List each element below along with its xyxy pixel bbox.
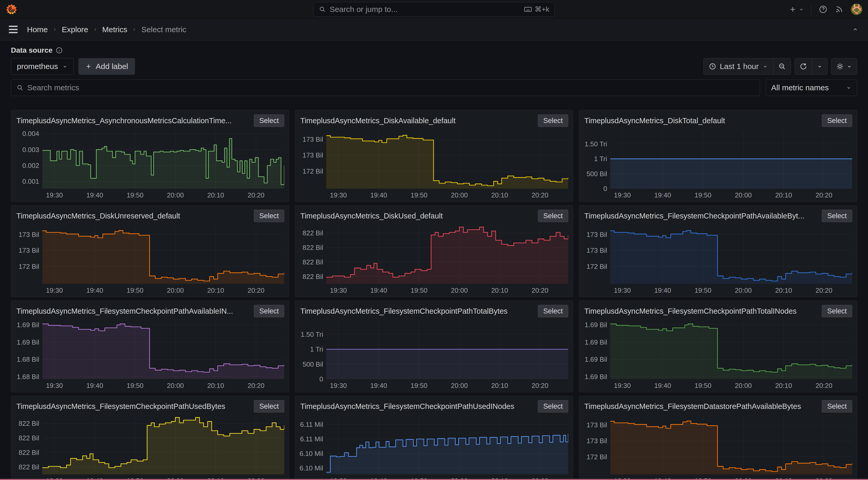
select-metric-button[interactable]: Select (822, 210, 852, 222)
settings-button[interactable] (831, 58, 857, 74)
info-icon (56, 47, 63, 54)
chart-plot-area[interactable] (326, 416, 568, 474)
metric-title: TimeplusdAsyncMetrics_DiskUnreserved_def… (17, 210, 250, 220)
select-metric-button[interactable]: Select (254, 400, 284, 413)
select-metric-button[interactable]: Select (822, 400, 852, 413)
refresh-interval-dropdown[interactable] (812, 58, 827, 74)
y-tick-label: 6.10 Mil (300, 464, 323, 472)
chart-plot-area[interactable] (610, 321, 852, 379)
chart-plot-area[interactable] (610, 416, 852, 474)
chevron-down-icon (846, 85, 851, 91)
metric-card: TimeplusdAsyncMetrics_AsynchronousMetric… (11, 110, 289, 202)
y-tick-label: 1.69 Bil (585, 373, 607, 381)
chart-plot-area[interactable] (326, 130, 568, 189)
chevron-down-icon (817, 64, 823, 69)
chart-plot-area[interactable] (326, 226, 568, 284)
time-range-picker[interactable]: Last 1 hour (704, 58, 773, 74)
metric-title: TimeplusdAsyncMetrics_DiskTotal_default (584, 115, 818, 125)
chart-plot-area[interactable] (610, 130, 852, 189)
y-tick-label: 822 Bil (19, 449, 39, 456)
x-tick-label: 19:30 (327, 382, 350, 390)
metric-card-grid: TimeplusdAsyncMetrics_AsynchronousMetric… (0, 110, 868, 480)
x-tick-label: 20:00 (732, 191, 755, 199)
add-label-button[interactable]: Add label (79, 58, 135, 75)
x-tick-label: 19:40 (651, 286, 674, 294)
x-tick-label: 19:50 (123, 191, 147, 199)
y-tick-label: 6.11 Mil (300, 421, 323, 428)
grafana-logo-icon[interactable] (6, 3, 18, 15)
select-metric-button[interactable]: Select (822, 305, 852, 317)
keyboard-icon (524, 5, 532, 13)
y-tick-label: 1.68 Bil (17, 373, 39, 381)
breadcrumb-home[interactable]: Home (27, 25, 48, 34)
menu-icon[interactable] (9, 26, 18, 33)
y-tick-label: 172 Bil (19, 263, 39, 270)
y-tick-label: 822 Bil (303, 229, 323, 237)
y-tick-label: 1.50 Tri (585, 140, 607, 148)
user-avatar[interactable] (851, 4, 862, 15)
data-source-picker[interactable]: prometheus (11, 58, 74, 75)
chart-x-axis: 19:3019:4019:5020:0020:1020:20 (610, 284, 852, 295)
y-tick-label: 500 Bil (303, 360, 323, 368)
x-tick-label: 19:30 (611, 382, 634, 390)
select-metric-button[interactable]: Select (538, 115, 568, 127)
refresh-button[interactable] (795, 58, 812, 74)
select-metric-button[interactable]: Select (254, 115, 284, 127)
metric-preview-chart: 1.69 Bil1.69 Bil1.69 Bil1.69 Bil 19:3019… (581, 321, 852, 390)
select-metric-button[interactable]: Select (538, 400, 568, 413)
zoom-out-button[interactable] (774, 58, 790, 74)
chart-plot-area[interactable] (42, 130, 284, 189)
y-tick-label: 0.004 (22, 130, 39, 137)
y-tick-label: 6.11 Mil (300, 435, 323, 443)
select-metric-button[interactable]: Select (254, 305, 284, 317)
news-rss-icon[interactable] (835, 5, 844, 14)
chevron-down-icon (846, 64, 852, 69)
chart-y-axis: 822 Bil822 Bil822 Bil822 Bil (297, 226, 326, 284)
y-tick-label: 822 Bil (303, 273, 323, 281)
chart-x-axis: 19:3019:4019:5020:0020:1020:20 (42, 284, 284, 295)
chevron-up-icon[interactable] (852, 26, 859, 33)
chart-plot-area[interactable] (42, 416, 284, 474)
gear-icon (836, 63, 844, 70)
select-metric-button[interactable]: Select (538, 210, 568, 222)
select-metric-button[interactable]: Select (254, 210, 284, 222)
chevron-right-icon (132, 27, 136, 32)
metric-card: TimeplusdAsyncMetrics_DiskUsed_default S… (295, 205, 573, 297)
global-search-input[interactable]: Search or jump to... ⌘+k (313, 2, 555, 17)
metric-title: TimeplusdAsyncMetrics_FilesystemCheckpoi… (300, 305, 534, 316)
chart-plot-area[interactable] (610, 226, 852, 284)
metric-names-filter-select[interactable]: All metric names (766, 79, 857, 96)
chart-x-axis: 19:3019:4019:5020:0020:1020:20 (42, 379, 284, 390)
breadcrumb-metrics[interactable]: Metrics (102, 25, 127, 34)
x-tick-label: 20:20 (812, 191, 836, 199)
x-tick-label: 19:40 (367, 191, 391, 199)
x-tick-label: 19:40 (83, 286, 106, 294)
topnav-divider (811, 4, 811, 14)
x-tick-label: 20:10 (488, 382, 512, 390)
chart-plot-area[interactable] (42, 321, 284, 379)
x-tick-label: 20:20 (528, 191, 552, 199)
search-metrics-input[interactable]: Search metrics (11, 79, 760, 96)
select-metric-button[interactable]: Select (538, 305, 568, 317)
help-icon[interactable] (819, 5, 828, 14)
metric-preview-chart: 173 Bil173 Bil172 Bil 19:3019:4019:5020:… (581, 416, 852, 480)
chart-y-axis: 173 Bil173 Bil172 Bil (13, 226, 42, 284)
metric-title: TimeplusdAsyncMetrics_AsynchronousMetric… (17, 115, 250, 125)
add-label-text: Add label (95, 62, 128, 71)
breadcrumb-explore[interactable]: Explore (62, 25, 88, 34)
add-new-button[interactable] (789, 5, 804, 13)
y-tick-label: 822 Bil (19, 420, 39, 427)
metric-preview-chart: 173 Bil173 Bil172 Bil 19:3019:4019:5020:… (581, 226, 852, 295)
select-metric-button[interactable]: Select (822, 115, 852, 127)
y-tick-label: 500 Bil (587, 170, 608, 178)
y-tick-label: 822 Bil (19, 463, 39, 471)
chart-y-axis: 0.0040.0030.0020.001 (13, 130, 42, 189)
x-tick-label: 20:10 (772, 286, 795, 294)
chart-plot-area[interactable] (42, 226, 284, 284)
chart-y-axis: 173 Bil173 Bil172 Bil (297, 130, 326, 189)
y-tick-label: 0 (319, 375, 323, 383)
x-tick-label: 19:30 (43, 286, 66, 294)
y-tick-label: 173 Bil (587, 231, 608, 238)
chart-plot-area[interactable] (326, 321, 568, 379)
x-tick-label: 20:20 (244, 382, 268, 390)
